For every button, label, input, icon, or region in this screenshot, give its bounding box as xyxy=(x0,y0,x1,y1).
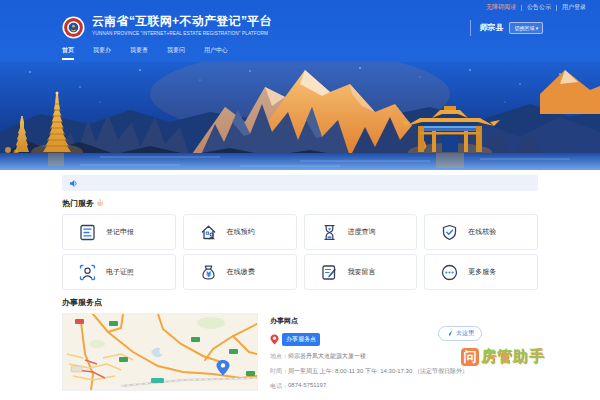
nav-item-home[interactable]: 首页 xyxy=(62,46,74,60)
point-name-badge[interactable]: 办事服务点 xyxy=(282,333,320,346)
register-form-icon xyxy=(78,223,97,242)
phone-line: 电话： 0874-5751197 xyxy=(270,382,538,391)
map-canvas xyxy=(63,314,257,390)
service-label: 电子证照 xyxy=(106,267,134,277)
hero-banner xyxy=(0,62,600,170)
service-card-payment[interactable]: ¥ 在线缴费 xyxy=(183,254,297,290)
current-region-label: 师宗县 xyxy=(479,22,503,33)
section-title-text: 热门服务 xyxy=(62,198,94,209)
service-card-register[interactable]: 登记申报 xyxy=(62,214,176,250)
announcements-link[interactable]: 公告公示 xyxy=(527,3,551,12)
section-title-text: 办事服务点 xyxy=(62,297,102,308)
page: 无障碍阅读 公告公示 用户登录 云南省“互联网+不动产登记”平台 YUNNAN … xyxy=(0,0,600,400)
house-booking-icon xyxy=(199,223,218,242)
service-card-message[interactable]: 我要留言 xyxy=(304,254,418,290)
service-points-title: 办事服务点 xyxy=(62,297,538,308)
service-label: 在线预约 xyxy=(227,227,255,237)
nav-item-apply[interactable]: 我要办 xyxy=(93,46,111,60)
navigation-arrow-icon xyxy=(446,330,453,337)
flame-icon xyxy=(96,198,104,207)
announcement-bar[interactable] xyxy=(62,175,538,191)
time-label: 时间： xyxy=(270,367,288,376)
national-emblem-logo xyxy=(62,16,85,39)
watermark-badge: 问 xyxy=(461,348,479,366)
svg-text:¥: ¥ xyxy=(206,269,212,278)
navigate-button[interactable]: 去这里 xyxy=(438,326,482,341)
phone-value: 0874-5751197 xyxy=(288,382,326,391)
speaker-icon xyxy=(69,179,78,188)
top-utility-links: 无障碍阅读 公告公示 用户登录 xyxy=(486,3,586,12)
banner-illustration xyxy=(0,62,600,170)
login-link[interactable]: 用户登录 xyxy=(562,3,586,12)
site-title: 云南省“互联网+不动产登记”平台 xyxy=(92,13,466,30)
service-card-license[interactable]: 电子证照 xyxy=(62,254,176,290)
hot-services-grid: 登记申报 在线预约 xyxy=(62,214,538,290)
service-label: 登记申报 xyxy=(106,227,134,237)
hourglass-icon xyxy=(320,223,339,242)
point-row: 办事服务点 xyxy=(270,333,538,346)
site-header: 无障碍阅读 公告公示 用户登录 云南省“互联网+不动产登记”平台 YUNNAN … xyxy=(0,0,600,62)
nav-item-ask[interactable]: 我要问 xyxy=(167,46,185,60)
map[interactable] xyxy=(62,313,258,391)
service-card-appointment[interactable]: 在线预约 xyxy=(183,214,297,250)
watermark-text: 房管助手 xyxy=(481,347,545,366)
divider xyxy=(556,5,557,11)
nav-item-user-center[interactable]: 用户中心 xyxy=(204,46,228,60)
more-dots-icon xyxy=(440,263,459,282)
service-label: 在线核验 xyxy=(468,227,496,237)
id-scan-icon xyxy=(78,263,97,282)
money-bag-icon: ¥ xyxy=(199,263,218,282)
address-value: 师宗县丹凤大道能源大厦一楼 xyxy=(288,352,366,361)
navigate-label: 去这里 xyxy=(456,329,474,338)
time-line: 时间： 周一至周五 上午: 8:00-11:30 下午: 14:30-17:30… xyxy=(270,367,538,376)
service-label: 进度查询 xyxy=(348,227,376,237)
title-block: 云南省“互联网+不动产登记”平台 YUNNAN PROVINCE "INTERN… xyxy=(92,13,466,42)
office-panel-title: 办事网点 xyxy=(270,316,538,326)
hot-services-title: 热门服务 xyxy=(62,198,538,209)
time-value: 周一至周五 上午: 8:00-11:30 下午: 14:30-17:30 （法定… xyxy=(288,367,468,376)
service-card-progress[interactable]: 进度查询 xyxy=(304,214,418,250)
service-label: 我要留言 xyxy=(348,267,376,277)
nav-item-query[interactable]: 我要查 xyxy=(130,46,148,60)
site-subtitle: YUNNAN PROVINCE "INTERNET+REAL ESTATE RE… xyxy=(92,31,479,36)
assistant-watermark: 问 房管助手 xyxy=(461,347,545,366)
service-card-more[interactable]: 更多服务 xyxy=(424,254,538,290)
leave-message-icon xyxy=(320,263,339,282)
address-label: 地点： xyxy=(270,352,288,361)
service-label: 更多服务 xyxy=(468,267,496,277)
map-pin-icon xyxy=(270,334,279,345)
service-label: 在线缴费 xyxy=(227,267,255,277)
divider xyxy=(521,5,522,11)
accessibility-link[interactable]: 无障碍阅读 xyxy=(486,3,516,12)
service-card-verify[interactable]: 在线核验 xyxy=(424,214,538,250)
shield-check-icon xyxy=(440,223,459,242)
phone-label: 电话： xyxy=(270,382,288,391)
main-nav: 首页 我要办 我要查 我要问 用户中心 xyxy=(62,46,228,60)
region-switch-button[interactable]: 切换区域 ▾ xyxy=(509,22,543,34)
